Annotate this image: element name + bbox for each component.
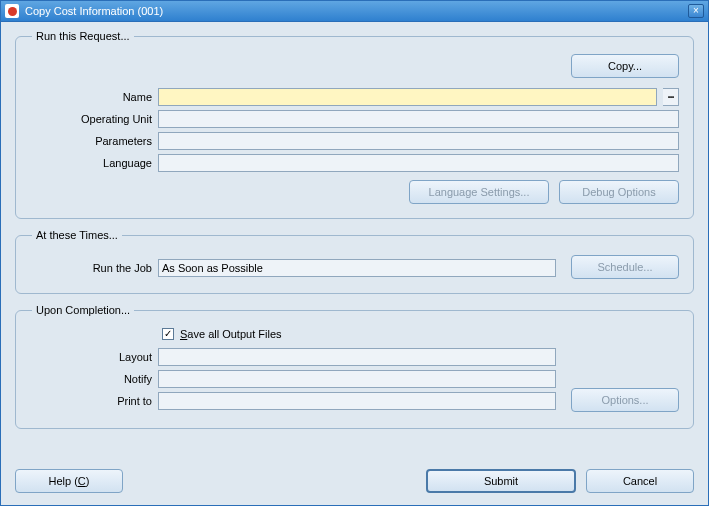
- notify-label: Notify: [30, 373, 152, 385]
- parameters-label: Parameters: [30, 135, 152, 147]
- language-field[interactable]: [158, 154, 679, 172]
- run-the-job-field[interactable]: As Soon as Possible: [158, 259, 556, 277]
- run-the-job-label: Run the Job: [30, 262, 152, 274]
- language-settings-button[interactable]: Language Settings...: [409, 180, 549, 204]
- options-button[interactable]: Options...: [571, 388, 679, 412]
- app-logo: [5, 4, 19, 18]
- parameters-input[interactable]: [162, 133, 675, 149]
- name-label: Name: [30, 91, 152, 103]
- group-upon-completion-legend: Upon Completion...: [32, 304, 134, 316]
- print-to-label: Print to: [30, 395, 152, 407]
- notify-input[interactable]: [162, 371, 552, 387]
- print-to-field[interactable]: [158, 392, 556, 410]
- operating-unit-field[interactable]: [158, 110, 679, 128]
- operating-unit-input[interactable]: [162, 111, 675, 127]
- copy-button[interactable]: Copy...: [571, 54, 679, 78]
- group-run-this-request: Run this Request... Copy... Name ··· Ope…: [15, 30, 694, 219]
- close-icon[interactable]: ×: [688, 4, 704, 18]
- submit-button[interactable]: Submit: [426, 469, 576, 493]
- title-bar: Copy Cost Information (001) ×: [0, 0, 709, 22]
- group-at-these-times: At these Times... Run the Job As Soon as…: [15, 229, 694, 294]
- dialog-body: Run this Request... Copy... Name ··· Ope…: [0, 22, 709, 506]
- notify-field[interactable]: [158, 370, 556, 388]
- language-label: Language: [30, 157, 152, 169]
- name-input[interactable]: [162, 89, 653, 105]
- window-title: Copy Cost Information (001): [25, 5, 688, 17]
- name-field[interactable]: [158, 88, 657, 106]
- debug-options-button[interactable]: Debug Options: [559, 180, 679, 204]
- schedule-button[interactable]: Schedule...: [571, 255, 679, 279]
- layout-field[interactable]: [158, 348, 556, 366]
- footer-buttons: Help (C) Submit Cancel: [15, 469, 694, 493]
- group-run-this-request-legend: Run this Request...: [32, 30, 134, 42]
- layout-input[interactable]: [162, 349, 552, 365]
- group-upon-completion: Upon Completion... Save all Output Files…: [15, 304, 694, 429]
- cancel-button[interactable]: Cancel: [586, 469, 694, 493]
- print-to-input[interactable]: [162, 393, 552, 409]
- parameters-field[interactable]: [158, 132, 679, 150]
- help-button[interactable]: Help (C): [15, 469, 123, 493]
- group-at-these-times-legend: At these Times...: [32, 229, 122, 241]
- layout-label: Layout: [30, 351, 152, 363]
- save-all-output-checkbox[interactable]: [162, 328, 174, 340]
- save-all-output-label: Save all Output Files: [180, 328, 282, 340]
- language-input[interactable]: [162, 155, 675, 171]
- name-lov-icon[interactable]: ···: [663, 88, 679, 106]
- run-the-job-value: As Soon as Possible: [162, 262, 263, 274]
- operating-unit-label: Operating Unit: [30, 113, 152, 125]
